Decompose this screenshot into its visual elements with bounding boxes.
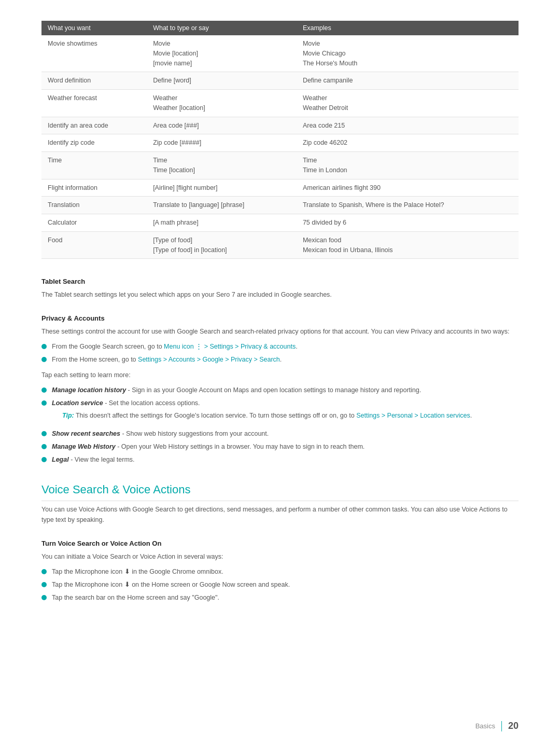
table-row: Identify an area code Area code [###] Ar… — [41, 117, 519, 134]
footer-basics-label: Basics — [475, 722, 495, 730]
location-services-link[interactable]: Settings > Personal > Location services — [356, 412, 470, 419]
table-row: Flight information [Airline] [flight num… — [41, 179, 519, 197]
bullet-icon — [41, 569, 47, 574]
table-cell-type: [Airline] [flight number] — [147, 179, 297, 197]
list-item: From the Home screen, go to Settings > A… — [41, 355, 519, 365]
table-header-want: What you want — [41, 21, 147, 35]
table-cell-example: American airlines flight 390 — [297, 179, 519, 197]
table-cell-type: WeatherWeather [location] — [147, 90, 297, 117]
page-footer: Basics 20 — [475, 721, 519, 731]
bullet-icon — [41, 388, 47, 393]
menu-icon-link[interactable]: Menu icon ⋮ > Settings > Privacy & accou… — [164, 343, 296, 350]
voice-action-bullets: Tap the Microphone icon ⬇ in the Google … — [41, 567, 519, 602]
table-header-examples: Examples — [297, 21, 519, 35]
nav-bullet-2-text: From the Home screen, go to Settings > A… — [52, 355, 282, 365]
table-cell-type: [Type of food][Type of food] in [locatio… — [147, 231, 297, 259]
tablet-search-section: Tablet Search The Tablet search settings… — [41, 278, 519, 300]
privacy-accounts-section: Privacy & Accounts These settings contro… — [41, 314, 519, 464]
footer-page-number: 20 — [508, 721, 519, 731]
bullet-icon — [41, 444, 47, 449]
table-cell-want: Flight information — [41, 179, 147, 197]
legal-text: Legal - View the legal terms. — [52, 455, 135, 465]
navigation-bullets: From the Google Search screen, go to Men… — [41, 342, 519, 365]
search-commands-table: What you want What to type or say Exampl… — [41, 21, 519, 259]
voice-bullet-1: Tap the Microphone icon ⬇ in the Google … — [52, 567, 223, 577]
table-cell-example: Translate to Spanish, Where is the Palac… — [297, 197, 519, 214]
location-service-text: Location service - Set the location acce… — [52, 398, 472, 426]
bullet-icon — [41, 344, 47, 349]
voice-bullet-2: Tap the Microphone icon ⬇ on the Home sc… — [52, 580, 290, 590]
table-row: Identify zip code Zip code [#####] Zip c… — [41, 134, 519, 152]
list-item-recent-searches: Show recent searches - Show web history … — [41, 429, 519, 439]
table-cell-type: [A math phrase] — [147, 214, 297, 232]
table-cell-want: Translation — [41, 197, 147, 214]
table-row: Word definition Define [word] Define cam… — [41, 72, 519, 90]
footer-divider — [501, 721, 502, 731]
table-cell-type: Translate to [language] [phrase] — [147, 197, 297, 214]
bullet-icon — [41, 457, 47, 462]
voice-bullet-3: Tap the search bar on the Home screen an… — [52, 593, 219, 603]
list-item: Tap the search bar on the Home screen an… — [41, 593, 519, 603]
table-cell-example: WeatherWeather Detroit — [297, 90, 519, 117]
turn-on-paragraph: You can initiate a Voice Search or Voice… — [41, 551, 519, 562]
table-cell-want: Time — [41, 152, 147, 179]
list-item-location-service: Location service - Set the location acce… — [41, 398, 519, 426]
settings-items-list: Manage location history - Sign in as you… — [41, 385, 519, 465]
table-row: Time TimeTime [location] TimeTime in Lon… — [41, 152, 519, 179]
tip-text: This doesn't affect the settings for Goo… — [76, 412, 472, 419]
table-cell-want: Movie showtimes — [41, 35, 147, 72]
table-cell-example: Area code 215 — [297, 117, 519, 134]
tablet-search-paragraph: The Tablet search settings let you selec… — [41, 289, 519, 300]
tip-label: Tip: — [62, 412, 74, 419]
table-cell-type: Define [word] — [147, 72, 297, 90]
table-row: Calculator [A math phrase] 75 divided by… — [41, 214, 519, 232]
list-item: Tap the Microphone icon ⬇ on the Home sc… — [41, 580, 519, 590]
table-cell-type: Area code [###] — [147, 117, 297, 134]
table-cell-want: Calculator — [41, 214, 147, 232]
bullet-icon — [41, 595, 47, 600]
bullet-icon — [41, 431, 47, 436]
manage-location-text: Manage location history - Sign in as you… — [52, 385, 421, 395]
tap-each-setting-text: Tap each setting to learn more: — [41, 370, 519, 380]
settings-accounts-link[interactable]: Settings > Accounts > Google > Privacy >… — [138, 356, 280, 363]
table-cell-example: 75 divided by 6 — [297, 214, 519, 232]
turn-on-heading: Turn Voice Search or Voice Action On — [41, 540, 519, 547]
table-cell-example: Zip code 46202 — [297, 134, 519, 152]
voice-search-paragraph: You can use Voice Actions with Google Se… — [41, 504, 519, 525]
list-item-web-history: Manage Web History - Open your Web Histo… — [41, 442, 519, 452]
table-cell-want: Food — [41, 231, 147, 259]
list-item-legal: Legal - View the legal terms. — [41, 455, 519, 465]
table-cell-type: Zip code [#####] — [147, 134, 297, 152]
table-cell-example: Define campanile — [297, 72, 519, 90]
privacy-accounts-heading: Privacy & Accounts — [41, 314, 519, 322]
nav-bullet-1-text: From the Google Search screen, go to Men… — [52, 342, 298, 352]
table-cell-want: Identify an area code — [41, 117, 147, 134]
table-cell-type: TimeTime [location] — [147, 152, 297, 179]
tip-box: Tip: This doesn't affect the settings fo… — [62, 411, 472, 421]
table-row: Movie showtimes MovieMovie [location][mo… — [41, 35, 519, 72]
table-cell-example: TimeTime in London — [297, 152, 519, 179]
table-row: Food [Type of food][Type of food] in [lo… — [41, 231, 519, 259]
table-row: Weather forecast WeatherWeather [locatio… — [41, 90, 519, 117]
table-cell-type: MovieMovie [location][movie name] — [147, 35, 297, 72]
bullet-icon — [41, 582, 47, 587]
table-cell-want: Weather forecast — [41, 90, 147, 117]
table-header-type: What to type or say — [147, 21, 297, 35]
list-item-manage-location: Manage location history - Sign in as you… — [41, 385, 519, 395]
table-cell-example: MovieMovie ChicagoThe Horse's Mouth — [297, 35, 519, 72]
recent-searches-text: Show recent searches - Show web history … — [52, 429, 269, 439]
table-cell-want: Word definition — [41, 72, 147, 90]
voice-search-title: Voice Search & Voice Actions — [41, 483, 519, 501]
voice-search-section: Voice Search & Voice Actions You can use… — [41, 483, 519, 602]
web-history-text: Manage Web History - Open your Web Histo… — [52, 442, 365, 452]
privacy-accounts-paragraph: These settings control the account for u… — [41, 326, 519, 337]
list-item: Tap the Microphone icon ⬇ in the Google … — [41, 567, 519, 577]
list-item: From the Google Search screen, go to Men… — [41, 342, 519, 352]
table-row: Translation Translate to [language] [phr… — [41, 197, 519, 214]
bullet-icon — [41, 357, 47, 362]
table-cell-example: Mexican foodMexican food in Urbana, Illi… — [297, 231, 519, 259]
bullet-icon — [41, 400, 47, 406]
table-cell-want: Identify zip code — [41, 134, 147, 152]
tablet-search-heading: Tablet Search — [41, 278, 519, 285]
